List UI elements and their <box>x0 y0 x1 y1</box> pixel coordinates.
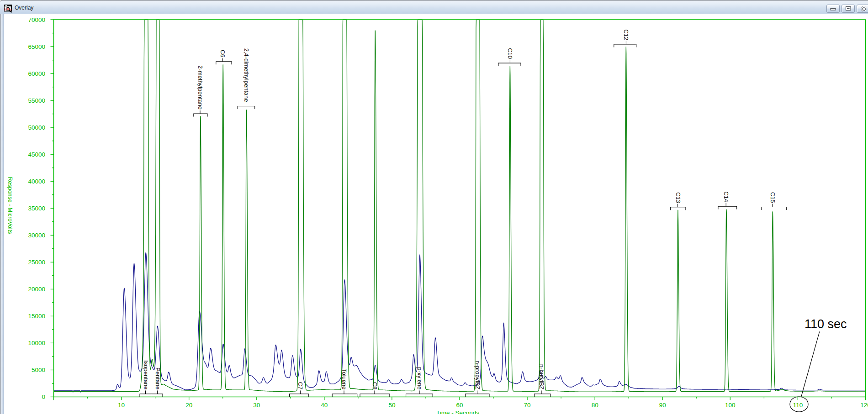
svg-text:2-methylpentane: 2-methylpentane <box>197 65 204 110</box>
svg-text:50: 50 <box>388 402 395 409</box>
svg-text:C13: C13 <box>675 192 682 203</box>
svg-text:p-xylene: p-xylene <box>416 367 423 389</box>
svg-text:C6: C6 <box>219 50 226 58</box>
svg-text:15000: 15000 <box>28 313 45 320</box>
svg-text:C12: C12 <box>623 29 630 40</box>
svg-text:Time - Seconds: Time - Seconds <box>436 409 479 414</box>
svg-text:C14: C14 <box>723 191 730 202</box>
svg-text:60000: 60000 <box>28 70 45 77</box>
svg-text:55000: 55000 <box>28 97 45 104</box>
svg-text:30: 30 <box>253 402 260 409</box>
svg-text:n-propylBZ: n-propylBZ <box>474 361 481 390</box>
svg-text:110: 110 <box>793 402 803 409</box>
svg-text:10000: 10000 <box>28 340 45 346</box>
svg-text:Toluene: Toluene <box>341 369 348 390</box>
svg-text:2,4-dimethylpentane: 2,4-dimethylpentane <box>243 48 250 102</box>
svg-text:Response - MicroVolts: Response - MicroVolts <box>7 177 13 234</box>
svg-text:35000: 35000 <box>28 205 45 212</box>
svg-text:20000: 20000 <box>28 286 45 293</box>
svg-text:40000: 40000 <box>28 178 45 185</box>
svg-text:Pentane: Pentane <box>154 367 161 389</box>
svg-text:5000: 5000 <box>32 367 45 373</box>
svg-text:40: 40 <box>321 402 328 409</box>
svg-text:25000: 25000 <box>28 259 45 266</box>
svg-text:70000: 70000 <box>28 16 45 23</box>
svg-text:60: 60 <box>456 402 463 409</box>
svg-text:65000: 65000 <box>28 43 45 50</box>
svg-text:120: 120 <box>860 402 868 409</box>
svg-text:45000: 45000 <box>28 151 45 158</box>
svg-text:80: 80 <box>592 402 598 409</box>
svg-text:50000: 50000 <box>28 124 45 131</box>
svg-text:90: 90 <box>659 402 666 409</box>
svg-text:C7: C7 <box>297 382 304 390</box>
svg-text:n-butylBZ: n-butylBZ <box>538 364 545 390</box>
svg-text:C10: C10 <box>507 48 513 59</box>
svg-text:0: 0 <box>42 393 45 400</box>
svg-text:Isopentane: Isopentane <box>143 360 149 389</box>
svg-text:110 sec: 110 sec <box>804 317 847 331</box>
svg-text:30000: 30000 <box>28 232 45 239</box>
svg-text:C15: C15 <box>769 192 776 203</box>
svg-text:70: 70 <box>524 402 531 409</box>
svg-text:C8: C8 <box>371 382 378 390</box>
svg-text:100: 100 <box>725 402 736 409</box>
svg-text:20: 20 <box>185 402 192 409</box>
svg-text:10: 10 <box>118 402 125 409</box>
